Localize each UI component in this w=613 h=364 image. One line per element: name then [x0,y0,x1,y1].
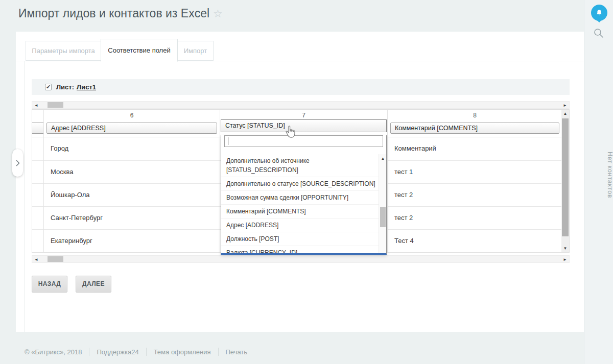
tab-import[interactable]: Импорт [177,41,214,61]
scroll-down-icon[interactable]: ▼ [561,246,569,251]
footer-link-theme[interactable]: Тема оформления [154,348,211,356]
grid-cell: Тест 4 [388,229,562,252]
grid-cell: Йошкар-Ола [44,183,220,206]
grid-vscrollbar: ▲ ▼ [561,110,569,252]
grid-cell [32,206,43,229]
dropdown-item[interactable]: Адрес [ADDRESS] [221,219,386,232]
column-number: 6 [44,110,220,121]
grid-column-cut [32,110,44,252]
scroll-right-icon[interactable]: ► [563,103,567,108]
card-left-divider [24,61,25,332]
scroll-up-icon[interactable]: ▲ [379,156,386,161]
copyright-text: © «Битрикс», 2018 [25,348,82,356]
page-title-text: Импорт лидов и контактов из Excel [18,7,209,20]
grid-cell: Москва [44,160,220,183]
scroll-up-icon[interactable]: ▲ [561,111,569,116]
sheet-label: Лист: [56,83,74,91]
tab-import-parameters[interactable]: Параметры импорта [26,41,101,61]
scroll-left-icon[interactable]: ◄ [34,103,38,108]
search-icon [594,28,604,38]
field-mapping-dropdown: Статус [STATUS_ID] Дополнительно об исто… [221,119,387,255]
grid-cell: тест 1 [388,160,562,183]
field-mapping-select-status[interactable]: Статус [STATUS_ID] [221,119,387,132]
dropdown-item[interactable]: Валюта [CURRENCY_ID] [221,246,386,253]
dropdown-item[interactable]: Комментарий [COMMENTS] [221,205,386,219]
dropdown-scroll-thumb[interactable] [380,207,386,227]
footer: © «Битрикс», 2018 Поддержка24 Тема оформ… [25,348,247,356]
grid-cell: Екатеринбург [44,229,220,252]
sheet-checkbox[interactable]: ✔ [45,84,52,90]
dropdown-item[interactable]: Возможная сумма сделки [OPPORTUNITY] [221,191,386,205]
field-search-input[interactable] [224,135,383,147]
hscroll-thumb[interactable] [48,102,63,108]
field-mapping-select-address[interactable]: Адрес [ADDRESS] [46,123,217,134]
text-caret [228,137,228,145]
no-contacts-label: Нет контактов [584,152,613,198]
grid-cell [32,229,43,252]
footer-link-support[interactable]: Поддержка24 [97,348,138,356]
favorite-star-icon[interactable]: ☆ [213,8,223,19]
next-button[interactable]: ДАЛЕЕ [76,276,111,293]
notifications-button[interactable] [591,5,607,21]
grid-cell: Город [44,137,220,160]
footer-divider [146,348,147,356]
tab-field-mapping[interactable]: Соответствие полей [101,39,178,62]
footer-link-print[interactable]: Печать [226,348,248,356]
page-title: Импорт лидов и контактов из Excel☆ [18,7,223,20]
grid-column-8: 8 Комментарий [COMMENTS] Комментарий тес… [388,110,562,252]
footer-divider [89,348,89,356]
grid-cell [32,183,43,206]
search-button[interactable] [594,28,604,38]
sheet-bar: ✔ Лист: Лист1 [32,79,570,95]
dropdown-item[interactable]: Дополнительно об источнике [STATUS_DESCR… [221,154,386,177]
vscroll-thumb[interactable] [562,118,569,236]
column-number [32,110,43,121]
page: Импорт лидов и контактов из Excel☆ Парам… [0,0,613,364]
bell-icon [595,9,603,17]
dropdown-panel: Дополнительно об источнике [STATUS_DESCR… [221,135,387,255]
sidebar-expander-button[interactable] [12,149,23,177]
grid-cell: тест 2 [388,183,562,206]
back-button[interactable]: НАЗАД [32,276,67,293]
column-number: 8 [388,110,562,121]
grid-cell: тест 2 [388,206,562,229]
right-toolbar: Нет контактов [584,0,613,364]
dropdown-list: Дополнительно об источнике [STATUS_DESCR… [221,154,386,253]
sheet-name-link[interactable]: Лист1 [77,83,96,91]
dropdown-item[interactable]: Дополнительно о статусе [SOURCE_DESCRIPT… [221,177,386,191]
grid-cell [32,160,43,183]
dropdown-scrollbar: ▲ [379,154,386,253]
field-mapping-select-cut[interactable] [32,123,44,134]
field-mapping-select-comments[interactable]: Комментарий [COMMENTS] [390,123,559,134]
grid-cell [32,137,43,160]
dropdown-item[interactable]: Должность [POST] [221,232,386,246]
footer-divider [218,348,219,356]
hscroll-thumb[interactable] [48,256,63,262]
bell-badge-notch [597,20,602,25]
grid-hscrollbar-top: ◄ ► [32,101,570,109]
scroll-left-icon[interactable]: ◄ [34,257,38,262]
grid-cell: Санкт-Петербург [44,206,220,229]
grid-cell: Комментарий [388,137,562,160]
chevron-right-icon [16,160,20,166]
grid-hscrollbar-bottom: ◄ ► [32,255,570,263]
import-wizard-card: Параметры импорта Соответствие полей Имп… [16,32,584,332]
grid-column-6: 6 Адрес [ADDRESS] Город Москва Йошкар-Ол… [44,110,220,252]
scroll-right-icon[interactable]: ► [563,257,567,262]
